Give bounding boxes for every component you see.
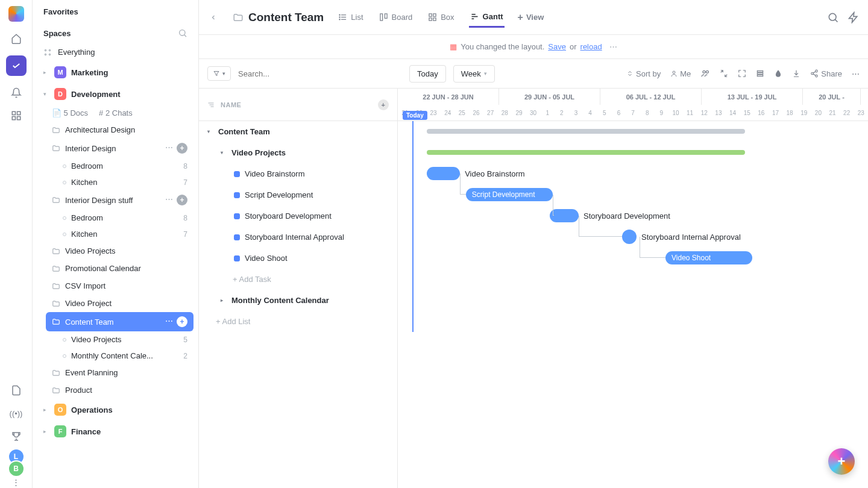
list-item[interactable]: Video Projects5 xyxy=(57,331,193,348)
day-header: 4 xyxy=(583,105,597,121)
record-icon[interactable]: ((•)) xyxy=(10,407,22,419)
tab-box[interactable]: Box xyxy=(427,8,455,27)
download-icon[interactable] xyxy=(792,69,800,78)
add-task-button[interactable]: + Add Task xyxy=(199,269,397,290)
gantt-bar[interactable] xyxy=(427,129,745,134)
gantt-bar[interactable]: Video Brainstorm xyxy=(427,167,460,180)
week-select[interactable]: Week▾ xyxy=(453,65,495,83)
create-fab[interactable]: + xyxy=(828,448,855,475)
add-column-icon[interactable]: + xyxy=(378,99,389,110)
space-development[interactable]: ▾DDevelopment xyxy=(37,83,193,105)
more-icon[interactable]: ⋯ xyxy=(165,195,173,205)
gantt-bar[interactable] xyxy=(427,150,745,155)
add-icon[interactable]: + xyxy=(177,316,187,327)
collapse-icon[interactable] xyxy=(720,69,728,78)
day-header: 13 xyxy=(711,105,726,121)
folder-item[interactable]: Content Team⋯+ xyxy=(46,312,193,331)
share-button[interactable]: Share xyxy=(810,69,842,78)
more-vert-icon[interactable]: ⋮ xyxy=(10,476,22,488)
spaces-header[interactable]: Spaces xyxy=(33,21,198,43)
apps-icon[interactable] xyxy=(10,110,22,122)
more-icon[interactable]: ⋯ xyxy=(852,69,860,78)
bolt-icon[interactable] xyxy=(848,11,860,23)
folder-item[interactable]: Architectural Design xyxy=(46,121,193,139)
gantt-group-row[interactable]: ▾Content Team xyxy=(199,121,397,142)
day-header: 3 xyxy=(569,105,583,121)
everything-item[interactable]: Everything xyxy=(33,43,198,61)
me-filter[interactable]: Me xyxy=(670,69,691,78)
gantt-group-row[interactable]: ▸Monthly Content Calendar xyxy=(199,290,397,311)
add-view-button[interactable]: +View xyxy=(518,12,544,23)
tab-board[interactable]: Board xyxy=(378,8,414,27)
save-link[interactable]: Save xyxy=(548,42,566,51)
gantt-task-row[interactable]: Video Brainstorm xyxy=(199,163,397,184)
gantt-bar[interactable]: Storyboard Development xyxy=(550,209,579,222)
doc-icon[interactable] xyxy=(10,384,22,396)
bar-label: Video Brainstorm xyxy=(465,169,524,178)
gantt-bar[interactable]: Script Development xyxy=(466,188,553,201)
tab-list[interactable]: List xyxy=(337,8,364,27)
folder-item[interactable]: Video Projects xyxy=(46,242,193,260)
expand-icon[interactable] xyxy=(738,69,746,78)
more-icon[interactable]: ⋯ xyxy=(609,42,617,51)
day-header: 7 xyxy=(626,105,640,121)
folder-item[interactable]: Promotional Calendar xyxy=(46,260,193,277)
layout-notice: ▦ You changed the layout. Save or reload… xyxy=(199,35,868,59)
folder-item[interactable]: CSV Import xyxy=(46,277,193,295)
layout-msg: You changed the layout. xyxy=(461,42,544,51)
home-icon[interactable] xyxy=(10,33,22,45)
gantt-bar[interactable]: Video Shoot xyxy=(665,251,752,264)
sort-button[interactable]: Sort by xyxy=(626,69,661,78)
gantt-task-row[interactable]: Script Development xyxy=(199,184,397,205)
space-finance[interactable]: ▸FFinance xyxy=(37,421,193,442)
day-header: 10 xyxy=(668,105,683,121)
list-item[interactable]: Monthly Content Cale...2 xyxy=(57,348,193,364)
space-marketing[interactable]: ▸MMarketing xyxy=(37,61,193,83)
list-item[interactable]: Kitchen7 xyxy=(57,226,193,242)
folder-item[interactable]: Video Project xyxy=(46,295,193,312)
trophy-icon[interactable] xyxy=(10,430,22,442)
stack-icon[interactable] xyxy=(756,69,764,78)
logo[interactable] xyxy=(8,6,24,22)
color-icon[interactable] xyxy=(774,69,782,78)
gantt-task-row[interactable]: Storyboard Development xyxy=(199,205,397,227)
task-icon[interactable] xyxy=(6,55,27,76)
folder-item[interactable]: Interior Design⋯+ xyxy=(46,139,193,158)
add-icon[interactable]: + xyxy=(177,195,187,205)
more-icon[interactable]: ⋯ xyxy=(165,143,173,154)
reload-link[interactable]: reload xyxy=(580,42,602,51)
svg-rect-30 xyxy=(758,75,763,76)
day-header: 14 xyxy=(726,105,740,121)
list-item[interactable]: Kitchen7 xyxy=(57,174,193,190)
add-list-button[interactable]: + Add List xyxy=(199,311,397,332)
search-icon[interactable] xyxy=(827,11,839,23)
week-header: 06 JUL - 12 JUL xyxy=(600,89,702,105)
gantt-task-row[interactable]: Storyboard Internal Approval xyxy=(199,227,397,248)
bell-icon[interactable] xyxy=(10,87,22,99)
svg-point-14 xyxy=(339,19,340,20)
add-icon[interactable]: + xyxy=(177,143,187,154)
filter-button[interactable]: ▾ xyxy=(207,66,231,81)
avatar[interactable]: B xyxy=(8,460,25,477)
folder-item[interactable]: Interior Design stuff⋯+ xyxy=(46,190,193,210)
dependency-line xyxy=(640,237,665,258)
dependency-line xyxy=(579,216,622,237)
today-button[interactable]: Today xyxy=(409,65,446,83)
folder-item[interactable]: Event Planning xyxy=(46,364,193,381)
gantt-task-row[interactable]: Video Shoot xyxy=(199,248,397,269)
gantt-group-row[interactable]: ▾Video Projects xyxy=(199,142,397,163)
list-item[interactable]: Bedroom8 xyxy=(57,210,193,226)
search-input[interactable] xyxy=(238,69,347,78)
tab-gantt[interactable]: Gantt xyxy=(469,7,505,28)
more-icon[interactable]: ⋯ xyxy=(165,316,173,327)
day-header: 18 xyxy=(782,105,797,121)
folder-item[interactable]: Product xyxy=(46,381,193,399)
search-icon[interactable] xyxy=(178,28,187,38)
space-operations[interactable]: ▸OOperations xyxy=(37,399,193,421)
back-button[interactable] xyxy=(207,11,219,23)
favorites-header[interactable]: Favorites xyxy=(33,0,198,21)
gantt-bar[interactable]: Storyboard Internal Approval xyxy=(622,230,637,244)
people-icon[interactable] xyxy=(700,69,710,78)
list-item[interactable]: Bedroom8 xyxy=(57,158,193,174)
gantt-timeline[interactable]: 22 JUN - 28 JUN29 JUN - 05 JUL06 JUL - 1… xyxy=(398,89,868,488)
